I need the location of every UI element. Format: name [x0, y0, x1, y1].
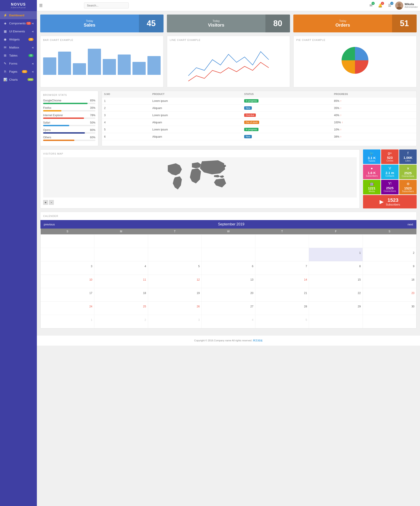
- sidebar-item-components[interactable]: ◈ Components 12 ◀: [0, 19, 37, 27]
- hamburger-button[interactable]: ☰: [39, 3, 43, 8]
- calendar-day[interactable]: 10: [41, 275, 94, 288]
- android-icon: 🤖: [364, 182, 379, 186]
- calendar-day[interactable]: 25: [94, 302, 148, 315]
- calendar-day[interactable]: 5: [148, 261, 201, 275]
- social-android[interactable]: 🤖 1221 Media: [363, 180, 380, 194]
- tables-icon: ⊞: [3, 54, 7, 57]
- calendar-day[interactable]: 19: [148, 288, 201, 302]
- calendar-day[interactable]: 12: [148, 275, 201, 288]
- google-icon: g+: [382, 151, 397, 155]
- calendar-day[interactable]: 1: [309, 248, 363, 261]
- sidebar-item-widgets[interactable]: ◉ Widgets 28: [0, 35, 37, 43]
- calendar-day[interactable]: 3: [148, 315, 201, 328]
- calendar-day[interactable]: 23: [363, 288, 416, 302]
- app: NOVUS AdminPanel ☰ ✉ 8 🔔 3 ☰ 13: [0, 0, 420, 506]
- social-xing[interactable]: ✕ 2525 Connections: [399, 165, 417, 179]
- calendar-day[interactable]: 6: [201, 261, 255, 275]
- orders-card: Today Orders 51: [293, 14, 417, 32]
- chevron-right-icon: ◀: [32, 22, 33, 25]
- notification-button[interactable]: 🔔 3: [376, 2, 384, 9]
- footer-link[interactable]: 网页模板: [253, 339, 263, 342]
- chevron-right-icon-4: ◀: [32, 62, 33, 65]
- calendar-day[interactable]: 9: [363, 261, 416, 275]
- calendar-day[interactable]: 1: [41, 315, 94, 328]
- calendar-week-row: 12: [41, 248, 416, 261]
- calendar-day[interactable]: 24: [41, 302, 94, 315]
- charts-icon: 📊: [3, 78, 7, 81]
- calendar-day[interactable]: 22: [309, 288, 363, 302]
- calendar-day[interactable]: 2: [363, 248, 416, 261]
- sidebar-item-ui-elements[interactable]: ▦ UI Elements ◀: [0, 27, 37, 35]
- calendar-day[interactable]: 15: [309, 275, 363, 288]
- status-badge: Overdue: [244, 113, 256, 117]
- social-vimeo[interactable]: V 2.1 m Contacts: [381, 165, 399, 179]
- social-twitter[interactable]: 🐦 3.1 K Tweets: [363, 149, 380, 164]
- calendar-day[interactable]: 21: [255, 288, 309, 302]
- social-youtube[interactable]: ▶ 1523 Subscribers: [363, 195, 417, 208]
- progress-bar-bg: [43, 140, 95, 141]
- calendar-day[interactable]: 27: [201, 302, 255, 315]
- calendar-day[interactable]: 28: [255, 302, 309, 315]
- browser-list: GoogleChrome 85% Firefox 35% Internet Ex…: [43, 99, 95, 141]
- user-name: Wikolia: [405, 3, 418, 6]
- top-bar: ☰ ✉ 8 🔔 3 ☰ 13 Wikolia: [0, 0, 420, 11]
- social-rss[interactable]: ⊛ 1523 Subscribers: [399, 180, 417, 194]
- sidebar-item-forms[interactable]: ✎ Forms ◀: [0, 60, 37, 67]
- map-zoom-out[interactable]: -: [49, 200, 54, 205]
- social-facebook[interactable]: f 1.06K Likes: [399, 149, 417, 164]
- social-yahoo[interactable]: Y! 2525 Connections: [381, 180, 399, 194]
- mail-button[interactable]: ✉ 8: [367, 2, 375, 9]
- trend-icon: ↑: [340, 135, 341, 138]
- calendar-day[interactable]: 29: [309, 302, 363, 315]
- calendar-day[interactable]: 2: [94, 315, 148, 328]
- calendar-day[interactable]: 17: [41, 288, 94, 302]
- calendar-day[interactable]: 3: [41, 261, 94, 275]
- calendar-day[interactable]: 30: [363, 302, 416, 315]
- calendar-day[interactable]: 26: [148, 302, 201, 315]
- user-area[interactable]: Wikolia Administrator: [395, 1, 418, 10]
- table-header-row: S.NO PRODUCT STATUS PROGRESS: [102, 91, 416, 97]
- calendar-day[interactable]: 13: [201, 275, 255, 288]
- calendar-day: [41, 248, 94, 261]
- calendar-day[interactable]: 5: [255, 315, 309, 328]
- calendar-day[interactable]: 8: [309, 261, 363, 275]
- map-zoom-in[interactable]: +: [43, 200, 48, 205]
- calendar-prev-button[interactable]: previous: [44, 223, 55, 226]
- col-product: PRODUCT: [150, 91, 242, 97]
- calendar-day[interactable]: 14: [255, 275, 309, 288]
- sidebar-item-charts[interactable]: 📊 Charts new: [0, 75, 37, 84]
- calendar-day[interactable]: 7: [255, 261, 309, 275]
- sidebar-item-mailbox[interactable]: ✉ Mailbox ◀: [0, 43, 37, 51]
- social-google[interactable]: g+ 523 Circles: [381, 149, 399, 164]
- topbar-right: ✉ 8 🔔 3 ☰ 13 Wikolia Administrator: [367, 1, 418, 10]
- menu-button[interactable]: ☰ 13: [386, 2, 393, 9]
- cell-sno: 1: [102, 97, 150, 105]
- day-wed: W: [201, 228, 255, 235]
- calendar-table: S M T W T F S 12345678910111213141516171…: [40, 228, 416, 328]
- cell-progress: 40% ↑: [332, 112, 416, 119]
- vimeo-label: Contacts: [382, 175, 397, 177]
- status-badge: In progress: [244, 128, 259, 131]
- trend-icon: ↑: [342, 121, 343, 124]
- sales-card: Today Sales 45: [40, 14, 164, 32]
- dribbble-icon: ●: [364, 166, 379, 170]
- calendar-day[interactable]: 20: [201, 288, 255, 302]
- sidebar-item-dashboard[interactable]: ⚡ Dashboard: [0, 11, 37, 19]
- sidebar-item-pages[interactable]: ⎘ Pages 02 ◀: [0, 67, 37, 75]
- table-row: 5 Lorem ipsum In progress 10% ↑: [102, 126, 416, 133]
- chevron-right-icon-5: ◀: [32, 70, 33, 73]
- calendar-day[interactable]: 4: [94, 261, 148, 275]
- tables-badge: 05: [28, 54, 33, 57]
- world-map-svg: [43, 157, 357, 198]
- main-layout: ⚡ Dashboard ◈ Components 12 ◀ ▦ UI Eleme…: [0, 11, 420, 335]
- calendar-day[interactable]: 4: [201, 315, 255, 328]
- calendar-next-button[interactable]: next: [407, 223, 413, 226]
- visitors-today: Today: [169, 20, 263, 23]
- search-input[interactable]: [84, 2, 129, 8]
- calendar-day[interactable]: 11: [94, 275, 148, 288]
- calendar-day[interactable]: 18: [94, 288, 148, 302]
- sidebar-item-tables[interactable]: ⊞ Tables 05: [0, 51, 37, 60]
- map-title: VISITORS MAP: [43, 152, 357, 155]
- calendar-day[interactable]: 16: [363, 275, 416, 288]
- social-dribbble[interactable]: ● 1.6 K Subscribers: [363, 165, 380, 179]
